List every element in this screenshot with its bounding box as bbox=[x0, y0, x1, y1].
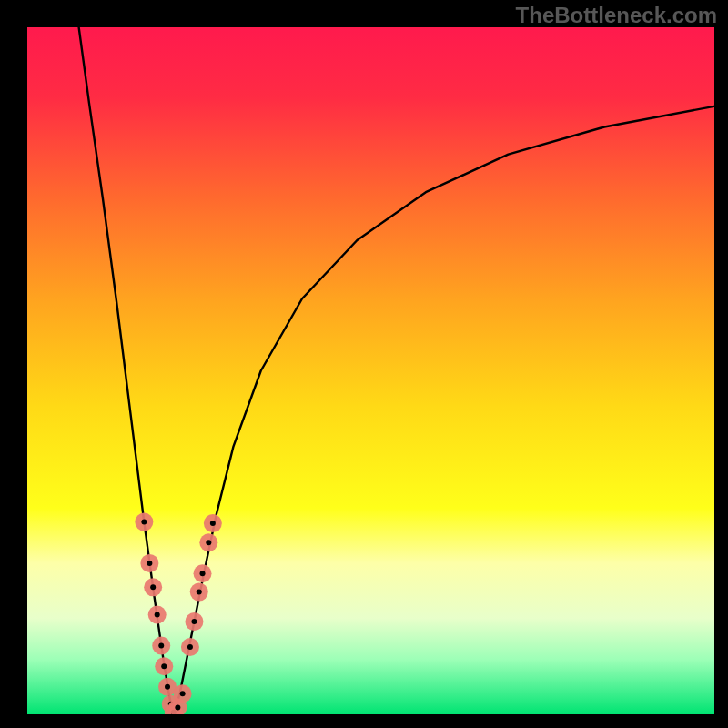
svg-point-25 bbox=[191, 619, 197, 624]
svg-point-33 bbox=[210, 521, 216, 526]
marker-point bbox=[148, 606, 167, 624]
marker-point bbox=[140, 554, 158, 572]
marker-point bbox=[135, 513, 153, 531]
marker-point bbox=[152, 637, 170, 655]
svg-point-23 bbox=[187, 644, 193, 650]
chart-frame: TheBottleneck.com bbox=[0, 0, 728, 728]
marker-point bbox=[194, 564, 212, 582]
chart-svg bbox=[27, 27, 714, 714]
svg-point-3 bbox=[147, 561, 152, 566]
marker-point bbox=[144, 578, 162, 596]
marker-point bbox=[199, 533, 217, 551]
svg-point-5 bbox=[150, 584, 156, 590]
svg-point-13 bbox=[165, 684, 170, 690]
svg-point-9 bbox=[158, 643, 164, 649]
watermark-text: TheBottleneck.com bbox=[516, 3, 717, 28]
marker-point bbox=[181, 638, 199, 656]
gradient-background bbox=[27, 27, 714, 714]
marker-point bbox=[155, 657, 173, 675]
plot-area bbox=[27, 27, 714, 714]
marker-point bbox=[185, 612, 203, 631]
svg-point-29 bbox=[200, 571, 206, 576]
svg-point-27 bbox=[197, 590, 202, 595]
marker-point bbox=[204, 514, 222, 532]
svg-point-31 bbox=[206, 540, 211, 545]
marker-point bbox=[174, 684, 192, 703]
svg-point-21 bbox=[180, 691, 186, 696]
svg-point-7 bbox=[155, 612, 160, 618]
svg-point-19 bbox=[175, 704, 180, 710]
marker-point bbox=[190, 583, 208, 602]
svg-point-11 bbox=[161, 663, 167, 669]
svg-point-1 bbox=[141, 520, 147, 525]
